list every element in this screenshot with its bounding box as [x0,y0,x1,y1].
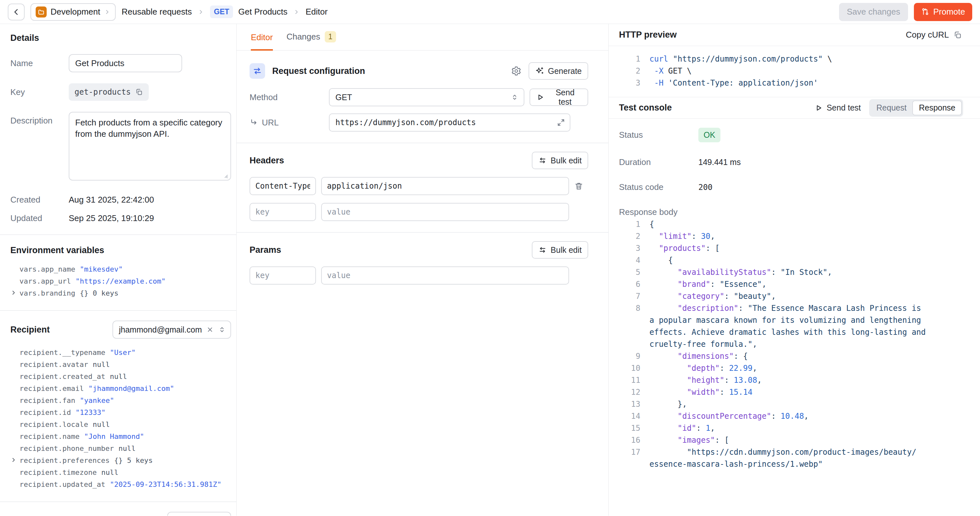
copy-key-icon[interactable] [135,88,143,96]
back-button[interactable] [8,3,25,21]
back-chevron-icon [12,8,21,16]
details-sidebar: Details Name Key get-products Descriptio… [0,24,237,516]
line-number [619,326,640,338]
send-test-label: Send test [548,88,582,107]
send-test-button[interactable]: Send test [530,89,588,106]
clear-recipient-icon[interactable] [207,326,213,333]
line-number: 11 [619,374,640,386]
property-value: "12333" [75,406,106,419]
property-key: recipient.id [19,406,71,419]
params-heading: Params [250,245,281,255]
chevron-up-down-icon [511,93,519,101]
toggle-request[interactable]: Request [870,100,912,115]
code-line: a popular mascara known for its volumizi… [619,314,970,326]
recipient-select[interactable]: jhammond@gmail.com [113,320,231,339]
tab-editor[interactable]: Editor [251,32,273,50]
section-divider [0,234,236,235]
env-var-row: vars.app_url"https://example.com" [10,275,231,287]
code-line: 14 "discountPercentage": 10.48, [619,410,970,422]
breadcrumb-reusable-requests[interactable]: Reusable requests [121,7,192,17]
property-key: recipient.avatar [19,358,88,371]
line-number: 10 [619,362,640,374]
code-text: "products": [ [649,242,720,255]
top-bar: Development Reusable requests GET Get Pr… [0,0,980,24]
param-key-input-empty[interactable] [250,266,316,285]
property-value: {} 5 keys [114,454,153,467]
chevron-right-icon [104,9,110,15]
key-pill: get-products [69,83,149,101]
promote-button[interactable]: Promote [914,3,972,21]
delete-header-icon[interactable] [574,182,583,191]
section-divider [237,143,608,143]
headers-bulk-edit-label: Bulk edit [550,156,582,165]
recipient-selected-value: jhammond@gmail.com [119,325,202,334]
url-value: https://dummyjson.com/products [336,118,476,127]
copy-curl-label: Copy cURL [906,30,949,40]
property-value: "2025-09-23T14:56:31.981Z" [110,478,221,491]
tab-changes-label: Changes [286,32,320,42]
expand-icon[interactable] [557,118,565,127]
name-label: Name [10,58,69,68]
expand-chevron-icon[interactable] [10,457,17,463]
bulk-edit-icon [538,156,547,165]
code-line: 4 { [619,255,970,266]
header-value-input[interactable] [321,177,569,195]
chevron-right-icon [293,9,300,15]
code-text: effects. Achieve dramatic lashes with th… [649,326,926,338]
save-changes-button[interactable]: Save changes [839,3,908,21]
property-key: recipient.phone_number [19,443,114,454]
gear-icon[interactable] [511,66,522,76]
env-var-row: vars.branding{} 0 keys [10,287,231,299]
generate-button[interactable]: Generate [528,62,588,80]
line-number: 8 [619,303,640,314]
line-number: 4 [619,255,640,266]
breadcrumb-request-name[interactable]: Get Products [238,7,288,17]
code-line: 17 "https://cdn.dummyjson.com/product-im… [619,446,970,458]
line-number [619,338,640,350]
code-line: 8 "description": "The Essence Mascara La… [619,303,970,314]
code-line: 15 "id": 1, [619,422,970,434]
code-text: "dimensions": { [649,350,748,362]
line-number: 1 [619,218,640,231]
code-text: "brand": "Essence", [649,279,767,290]
headers-bulk-edit-button[interactable]: Bulk edit [532,152,588,169]
params-bulk-edit-button[interactable]: Bulk edit [532,241,588,259]
url-input[interactable]: https://dummyjson.com/products [329,113,570,132]
name-input[interactable] [69,54,182,72]
param-value-input-empty[interactable] [321,266,569,285]
property-value: "jhammond@gmail.com" [89,382,174,395]
resize-handle-icon[interactable] [222,172,229,178]
property-key: recipient.locale [19,419,88,430]
property-value: null [110,371,127,382]
description-textarea[interactable]: Fetch products from a specific category … [69,112,231,180]
code-text: "availabilityStatus": "In Stock", [649,266,832,279]
header-key-input-empty[interactable] [250,203,316,221]
code-text: "id": 1, [649,422,715,434]
recipient-property-row: recipient.phone_numbernull [10,443,231,454]
property-key: recipient.fan [19,395,75,406]
console-send-test-button[interactable]: Send test [815,103,861,113]
branch-icon [921,8,929,16]
copy-curl-button[interactable]: Copy cURL [906,30,962,40]
tab-changes[interactable]: Changes 1 [286,31,336,50]
line-number: 3 [619,77,640,89]
method-select[interactable]: GET [329,88,524,106]
header-key-input[interactable] [250,177,316,195]
environment-switcher[interactable]: Development [30,3,116,21]
header-value-input-empty[interactable] [321,203,569,221]
code-text: "images": [ [649,434,729,446]
expand-chevron-icon[interactable] [10,290,17,296]
editor-tab-bar: Editor Changes 1 [237,24,608,51]
code-line: 11 "height": 13.08, [619,374,970,386]
recipient-property-row: recipient.id"12333" [10,406,231,419]
toggle-response[interactable]: Response [912,100,962,115]
code-text: -H 'Content-Type: application/json' [649,77,818,89]
method-label: Method [250,92,329,102]
line-number: 1 [619,53,640,65]
actor-select[interactable]: Select user [167,512,231,516]
console-send-test-label: Send test [827,103,861,113]
code-line: 6 "brand": "Essence", [619,279,970,290]
code-text: a popular mascara known for its volumizi… [649,314,921,326]
property-value: "https://example.com" [75,275,165,287]
code-line: essence-mascara-lash-princess/1.webp" [619,458,970,470]
